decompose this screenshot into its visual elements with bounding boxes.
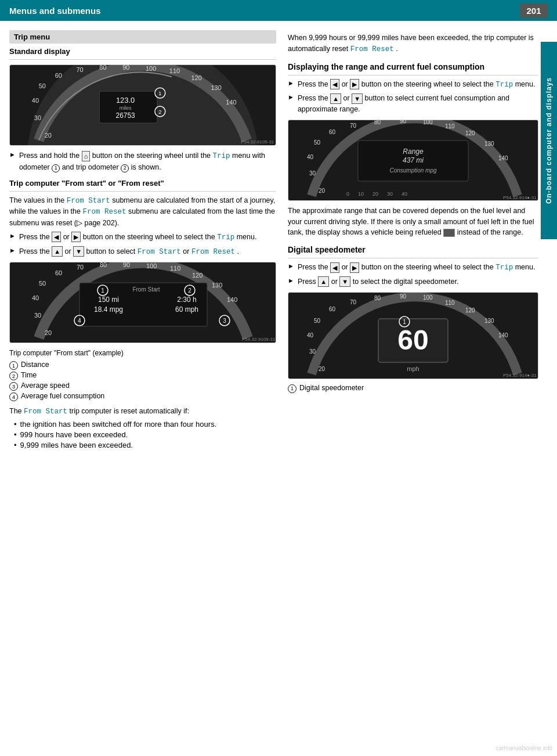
displaying-title: Displaying the range and current fuel co…: [288, 62, 538, 71]
circle-1: 1: [52, 164, 60, 172]
right-btn-icon: ▶: [71, 232, 81, 242]
press2-text: Press the ▲ or ▼ button to select From S…: [19, 246, 239, 258]
dig-text-2: Press ▲ or ▼ to select the digital speed…: [298, 276, 459, 287]
press-hold-text: Press and hold the ⌂ button on the steer…: [19, 150, 276, 173]
bullet-3: • 9,999 miles have been exceeded.: [9, 441, 276, 449]
arrow-bullet-d1: ►: [288, 262, 294, 269]
num-2: 2: [9, 372, 18, 380]
svg-text:18.4 mpg: 18.4 mpg: [94, 305, 123, 314]
svg-text:100: 100: [423, 294, 433, 301]
svg-text:130: 130: [211, 84, 221, 91]
from-start-code: From Start: [67, 197, 110, 205]
speedo-svg-2: 20 30 40 50 60 70 80 90 100 110 120 130 …: [10, 262, 276, 343]
svg-text:60: 60: [397, 325, 428, 355]
svg-text:26753: 26753: [116, 111, 136, 120]
left-btn-r1: ◀: [330, 79, 339, 89]
svg-text:60 mph: 60 mph: [175, 305, 198, 314]
range-body: The approximate range that can be covere…: [288, 206, 538, 238]
svg-text:20: 20: [372, 191, 378, 197]
svg-text:20: 20: [319, 188, 325, 194]
from-start-code-3: From Start: [24, 408, 67, 416]
svg-text:50: 50: [39, 280, 46, 287]
svg-text:140: 140: [226, 99, 236, 106]
trip-computer-caption: Trip computer "From start" (example): [9, 348, 276, 358]
arrow-bullet-1: ►: [9, 151, 16, 158]
refuel-icon: [443, 229, 455, 237]
speedo-image-4: 20 30 40 50 60 70 80 90 100 110 120 130 …: [288, 292, 538, 379]
svg-text:2: 2: [188, 287, 191, 294]
from-start-code-2: From Start: [138, 248, 181, 256]
svg-text:80: 80: [374, 120, 381, 125]
svg-text:140: 140: [498, 155, 508, 161]
svg-text:P54.32-9109-31: P54.32-9109-31: [242, 337, 276, 342]
trip-code-2: Trip: [217, 233, 234, 242]
svg-text:110: 110: [445, 123, 455, 129]
arrow-bullet-r1: ►: [288, 80, 294, 87]
svg-text:30: 30: [387, 191, 393, 197]
svg-text:3: 3: [223, 318, 226, 324]
svg-text:From Start: From Start: [132, 286, 160, 293]
right-btn-d1: ▶: [350, 262, 359, 273]
speedo-image-3: 20 30 40 50 60 70 80 90 100 110 120 130 …: [288, 120, 538, 201]
from-reset-right: From Reset: [350, 45, 394, 53]
trip-code-range: Trip: [495, 81, 513, 89]
svg-text:50: 50: [314, 139, 321, 146]
up-btn-d1: ▲: [318, 276, 329, 287]
down-btn-icon: ▼: [73, 246, 84, 257]
range-text-1: Press the ◀ or ▶ button on the steering …: [298, 79, 536, 91]
press1-text: Press the ◀ or ▶ button on the steering …: [19, 232, 257, 243]
trip-code-1: Trip: [213, 152, 230, 160]
bullet-2: • 999 hours have been exceeded.: [9, 430, 276, 439]
right-btn-r1: ▶: [350, 79, 359, 89]
svg-text:30: 30: [34, 312, 41, 319]
svg-text:437 mi: 437 mi: [403, 156, 424, 164]
svg-text:P54.32-914●-31: P54.32-914●-31: [503, 195, 537, 200]
num-3: 3: [9, 382, 18, 391]
divider2: [9, 191, 276, 192]
svg-text:Consumption mpg: Consumption mpg: [389, 167, 437, 174]
svg-text:120: 120: [465, 130, 475, 136]
svg-text:4: 4: [78, 318, 81, 324]
num-4: 4: [9, 393, 18, 401]
trip-code-dig: Trip: [495, 264, 513, 272]
bullet-dot-2: •: [14, 430, 17, 439]
header-title: Menus and submenus: [9, 6, 101, 16]
instruction-press2: ► Press the ▲ or ▼ button to select From…: [9, 246, 276, 258]
arrow-bullet-d2: ►: [288, 277, 294, 284]
svg-text:150 mi: 150 mi: [98, 296, 119, 304]
body-from-start: The values in the From Start submenu are…: [9, 195, 276, 229]
svg-text:40: 40: [32, 294, 39, 301]
dig-instruction-2: ► Press ▲ or ▼ to select the digital spe…: [288, 276, 538, 287]
svg-text:1: 1: [101, 287, 104, 294]
speedo-svg-3: 20 30 40 50 60 70 80 90 100 110 120 130 …: [288, 120, 538, 201]
svg-text:1: 1: [158, 90, 162, 96]
svg-text:120: 120: [191, 74, 202, 81]
bullet-dot-3: •: [14, 441, 17, 449]
svg-text:110: 110: [170, 265, 180, 272]
trip-menu-box: Trip menu: [9, 30, 276, 44]
num-1: 1: [9, 361, 18, 370]
svg-text:120: 120: [465, 307, 475, 314]
svg-text:60: 60: [329, 306, 336, 312]
left-btn-d1: ◀: [330, 262, 339, 273]
svg-text:P54.32-914●-31: P54.32-914●-31: [503, 373, 537, 378]
arrow-bullet-2: ►: [9, 232, 16, 239]
trip-menu-label: Trip menu: [14, 33, 50, 41]
svg-text:80: 80: [99, 65, 106, 71]
svg-text:100: 100: [146, 65, 156, 72]
range-instruction-2: ► Press the ▲ or ▼ button to select curr…: [288, 93, 538, 115]
divider-right-2: [288, 258, 538, 258]
digital-speedo-title: Digital speedometer: [288, 245, 538, 254]
down-btn-d1: ▼: [339, 276, 350, 287]
svg-text:90: 90: [400, 120, 407, 124]
svg-text:30: 30: [309, 170, 316, 177]
svg-text:130: 130: [484, 318, 494, 324]
svg-text:50: 50: [39, 82, 46, 89]
arrow-bullet-r2: ►: [288, 93, 294, 100]
svg-text:30: 30: [309, 348, 316, 355]
press-hold-instruction: ► Press and hold the ⌂ button on the ste…: [9, 150, 276, 173]
svg-text:110: 110: [169, 67, 180, 74]
svg-text:2:30 h: 2:30 h: [177, 296, 196, 304]
svg-text:40: 40: [32, 97, 39, 104]
caption-item-2: 2 Time: [9, 371, 276, 380]
